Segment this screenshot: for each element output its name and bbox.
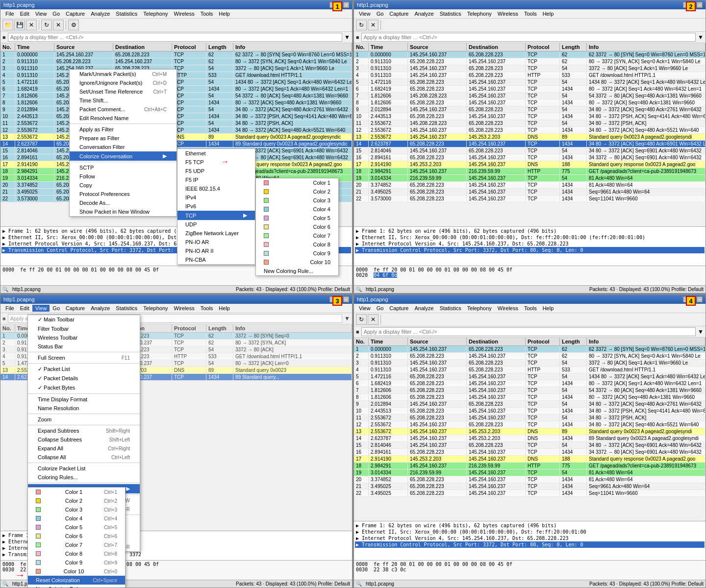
menu-capture-1[interactable]: Capture (63, 10, 88, 17)
cc-color-4[interactable]: Color 4Ctrl+4 (28, 514, 125, 523)
close-btn-1[interactable]: × (343, 2, 349, 8)
table-row[interactable]: 30.911310145.254.160.23765.208.228.223TC… (354, 360, 706, 367)
color-2-item[interactable]: Color 2 (256, 187, 338, 196)
table-row[interactable]: 203.37485265.208.228.223145.254.160.237T… (354, 182, 706, 189)
view-coloring-rules[interactable]: Coloring Rules... (28, 473, 140, 482)
menu-telephony-3[interactable]: Telephony (140, 305, 171, 312)
view-filter-toolbar[interactable]: Filter Toolbar (28, 324, 140, 333)
menu-help-1[interactable]: Help (216, 10, 233, 17)
detail-row-4-tcp[interactable]: ▶ Transmission Control Protocol, Src Por… (355, 541, 705, 548)
view-expand-sub[interactable]: Expand SubtreesShift+Right (28, 426, 140, 435)
detail-row-2-ip[interactable]: ▶ Internet Protocol Version 4, Src: 145.… (355, 241, 705, 247)
table-row[interactable]: 213.49502565.208.228.223145.254.160.237T… (354, 189, 706, 196)
table-row[interactable]: 182.984291145.254.160.237216.239.59.99HT… (354, 463, 706, 469)
menu-capture-3[interactable]: Capture (63, 305, 88, 312)
proto-f5tcp[interactable]: F5 TCP (177, 158, 255, 167)
menu-view-3[interactable]: View (32, 305, 50, 312)
detail-row-2-eth[interactable]: ▶ Ethernet II, Src: Xerox_00:00:00 (00:0… (355, 234, 705, 241)
view-colorize-list[interactable]: Colorize Packet List (28, 464, 140, 473)
table-row[interactable]: 40.911310145.254.160.23765.208.228.223HT… (354, 367, 706, 373)
table-row[interactable]: 182.984291145.254.160.237216.239.59.99HT… (354, 168, 706, 175)
ctx-prepare-filter[interactable]: Prepare as Filter (70, 134, 176, 143)
toolbar-save-1[interactable]: 💾 (14, 20, 25, 30)
table-row[interactable]: 10.000000145.254.160.23765.208.228.223TC… (354, 51, 706, 58)
cc-reset[interactable]: Reset ColorizationCtrl+Space (28, 576, 125, 585)
menu-view-1[interactable]: View (32, 10, 50, 17)
filter-arrow-2[interactable]: ▼ (698, 34, 704, 41)
menu-tools-2[interactable]: Tools (521, 10, 540, 17)
table-row[interactable]: 102.44351365.208.228.223145.254.160.237T… (354, 113, 706, 120)
proto-ipv6[interactable]: IPv6 (177, 202, 255, 211)
table-row[interactable]: 122.553672145.254.160.23765.208.228.223T… (354, 421, 706, 428)
filter-input-1[interactable] (8, 33, 342, 42)
color-9-item[interactable]: Color 9 (256, 249, 338, 258)
menu-statistics-4[interactable]: Statistics (437, 305, 464, 312)
table-row[interactable]: 51.47211665.208.228.223145.254.160.237TC… (354, 373, 706, 380)
table-row[interactable]: 10.000000145.254.160.23765.208.228.223TC… (354, 346, 706, 353)
table-row[interactable]: 223.49502565.208.228.223145.254.160.237T… (354, 490, 706, 497)
menu-statistics-2[interactable]: Statistics (437, 10, 464, 17)
detail-row-2-tcp[interactable]: ▶ Transmission Control Protocol, Src Por… (355, 247, 705, 253)
menu-analyze-1[interactable]: Analyze (88, 10, 113, 17)
view-name-res[interactable]: Name Resolution (28, 404, 140, 413)
view-wireless-toolbar[interactable]: Wireless Toolbar (28, 333, 140, 342)
toolbar-stop-1[interactable]: ✕ (53, 20, 64, 30)
table-row[interactable]: 71.812606145.208.228.223145.254.160.237T… (354, 93, 706, 99)
filter-input-2[interactable] (361, 33, 696, 42)
table-row[interactable]: 20.91131065.208.228.223145.254.160.237TC… (354, 353, 706, 360)
menu-capture-4[interactable]: Capture (386, 305, 411, 312)
ctx-copy[interactable]: Copy (70, 181, 176, 190)
menu-tools-3[interactable]: Tools (198, 305, 216, 312)
proto-zigbee[interactable]: ZigBee Network Layer (177, 229, 255, 238)
menu-telephony-1[interactable]: Telephony (140, 10, 171, 17)
color-6-item[interactable]: Color 6 (256, 222, 338, 231)
table-row[interactable]: 20.91131065.208.228.223145.254.160.237TC… (0, 58, 352, 65)
detail-row-4-frame[interactable]: ▶ Frame 1: 62 bytes on wire (496 bits), … (355, 522, 705, 529)
table-row[interactable]: 92.012894145.254.160.23765.208.228.223TC… (354, 106, 706, 113)
view-main-toolbar[interactable]: ✓ Main Toolbar (28, 315, 140, 324)
ctx-decode-as[interactable]: Decode As... (70, 198, 176, 207)
table-row[interactable]: 30.911310145.254.160.23765.208.228.223TC… (354, 65, 706, 72)
cc-color-9[interactable]: Color 9Ctrl+9 (28, 558, 125, 567)
table-row[interactable]: 223.57300065.208.228.223145.254.160.237T… (354, 196, 706, 202)
table-row[interactable]: 71.81260665.208.228.223145.254.160.237TC… (354, 387, 706, 394)
ctx-proto-prefs[interactable]: Protocol Preferences (70, 190, 176, 198)
toolbar-stop-2[interactable]: ✕ (368, 20, 378, 30)
proto-pnio-ar[interactable]: PN-IO AR (177, 238, 255, 246)
proto-udp[interactable]: UDP (177, 220, 255, 229)
table-row[interactable]: 193.014334216.239.59.99145.254.160.237TC… (354, 175, 706, 182)
view-packet-details[interactable]: ✓ Packet Details (28, 374, 140, 383)
close-btn-3[interactable]: × (343, 296, 349, 302)
menu-wireless-3[interactable]: Wireless (171, 305, 198, 312)
menu-help-2[interactable]: Help (540, 10, 557, 17)
table-row[interactable]: 20.91131065.208.228.223145.254.160.237TC… (354, 58, 706, 65)
table-row[interactable]: 162.89416165.208.228.223145.254.160.237T… (354, 154, 706, 161)
cc-color-1[interactable]: Color 1Ctrl+1 (28, 488, 125, 496)
view-fullscreen[interactable]: Full ScreenF11 (28, 353, 140, 362)
menu-edit-3[interactable]: Edit (17, 305, 32, 312)
proto-pn-cba[interactable]: PN-CBA (177, 255, 255, 264)
menu-telephony-2[interactable]: Telephony (464, 10, 495, 17)
ctx-conv-filter[interactable]: Conversation Filter (70, 143, 176, 151)
menu-capture-2[interactable]: Capture (386, 10, 411, 17)
view-status-bar[interactable]: Status Bar (28, 342, 140, 351)
menu-statistics-3[interactable]: Statistics (113, 305, 140, 312)
proto-tcp[interactable]: TCP ▶ (177, 211, 255, 220)
table-row[interactable]: 51.47211665.208.228.223145.254.160.237TC… (354, 79, 706, 86)
table-row[interactable]: 142.623787145.254.160.237145.253.2.203DN… (354, 435, 706, 442)
view-collapse-all[interactable]: Collapse AllCtrl+Left (28, 453, 140, 462)
table-row[interactable]: 102.44351365.208.228.223145.254.160.237T… (354, 408, 706, 415)
menu-file-3[interactable]: File (2, 305, 17, 312)
proto-ieee[interactable]: IEEE 802.15.4 (177, 184, 255, 193)
toolbar-close-1[interactable]: ✕ (26, 20, 37, 30)
color-10-item[interactable]: Color 10 (256, 258, 338, 267)
table-row[interactable]: 61.68241965.208.228.223145.254.160.237TC… (354, 380, 706, 387)
table-row[interactable]: 112.55367265.208.228.223145.254.160.237T… (354, 415, 706, 421)
view-collapse-sub[interactable]: Collapse SubtreesShift+Left (28, 435, 140, 444)
filter-input-4[interactable] (361, 327, 696, 336)
menu-go-4[interactable]: Go (374, 305, 387, 312)
menu-help-3[interactable]: Help (216, 305, 233, 312)
ctx-edit-resolved[interactable]: Edit Resolved Name (70, 114, 176, 122)
cc-color-3[interactable]: Color 3Ctrl+3 (28, 505, 125, 514)
cc-color-8[interactable]: Color 8Ctrl+8 (28, 549, 125, 558)
